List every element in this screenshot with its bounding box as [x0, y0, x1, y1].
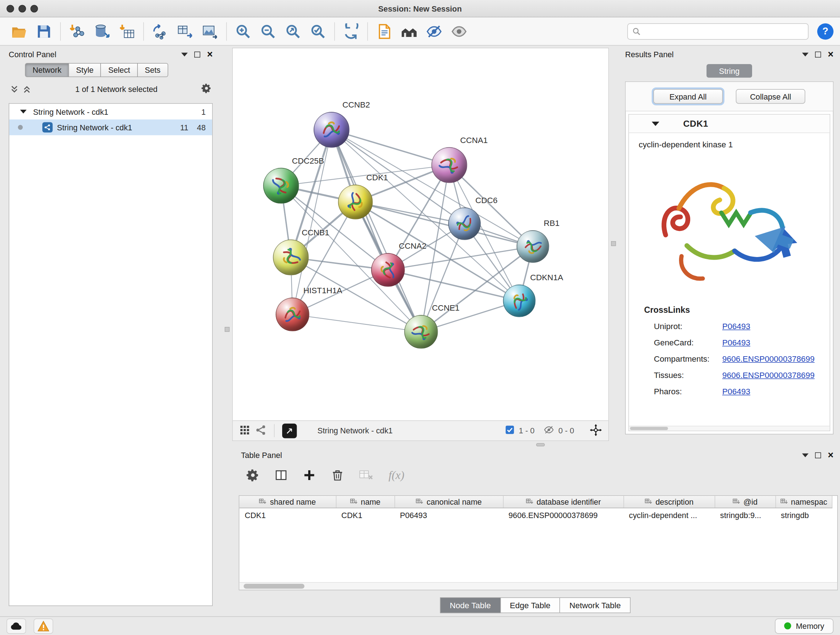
show-graphics-eye-icon[interactable]	[447, 20, 472, 42]
network-edge-CCNA2-CDKN1A[interactable]	[388, 270, 519, 301]
network-edge-CCNB2-CCNE1[interactable]	[332, 130, 422, 332]
open-session-icon[interactable]	[6, 20, 32, 42]
column-header-description[interactable]: description	[624, 496, 715, 508]
warnings-button[interactable]	[34, 618, 53, 633]
network-node-CCNA2[interactable]	[371, 253, 405, 287]
tab-edge-table[interactable]: Edge Table	[500, 597, 560, 613]
help-icon[interactable]: ?	[817, 23, 834, 40]
splitter-handle[interactable]	[536, 443, 545, 447]
network-node-CDK1[interactable]	[338, 185, 373, 219]
crosslink-value-link[interactable]: 9606.ENSP00000378699	[722, 371, 815, 380]
memory-button[interactable]: Memory	[775, 618, 834, 633]
crosslink-value-link[interactable]: 9606.ENSP00000378699	[722, 354, 815, 363]
save-session-icon[interactable]	[32, 20, 57, 42]
zoom-out-icon[interactable]	[256, 20, 281, 42]
new-network-from-selection-icon[interactable]	[148, 20, 172, 42]
scrollbar-thumb[interactable]	[244, 584, 305, 589]
cloud-status-button[interactable]	[6, 618, 26, 633]
minimize-window-button[interactable]	[19, 5, 26, 13]
grid-view-icon[interactable]	[240, 424, 250, 437]
import-network-file-icon[interactable]	[65, 20, 90, 42]
collapse-all-icon[interactable]	[10, 84, 19, 94]
table-toolbar: f(x)	[232, 462, 838, 489]
new-network-from-table-icon[interactable]	[172, 20, 197, 42]
panel-float-icon[interactable]	[815, 51, 821, 57]
export-image-icon[interactable]	[197, 20, 223, 42]
expand-all-button[interactable]: Expand All	[653, 89, 723, 104]
zoom-selected-icon[interactable]	[306, 20, 331, 42]
crosslink-value-link[interactable]: P06493	[722, 321, 751, 331]
network-node-CCNB2[interactable]	[314, 112, 349, 148]
birdseye-view-toggle[interactable]	[282, 423, 297, 438]
column-header-shared-name[interactable]: shared name	[240, 496, 336, 508]
column-header--id[interactable]: @id	[715, 496, 775, 508]
expand-all-icon[interactable]	[22, 84, 32, 94]
tab-network-table[interactable]: Network Table	[560, 597, 630, 613]
panel-float-icon[interactable]	[195, 51, 201, 57]
network-share-icon[interactable]	[256, 424, 267, 437]
network-node-CCNE1[interactable]	[404, 315, 438, 348]
column-header-canonical-name[interactable]: canonical name	[395, 496, 503, 508]
network-node-CCNB1[interactable]	[273, 240, 309, 276]
delete-column-trash-icon[interactable]	[331, 469, 344, 482]
column-header-name[interactable]: name	[336, 496, 395, 508]
collection-expand-caret-icon[interactable]	[20, 110, 27, 114]
crosslink-value-link[interactable]: P06493	[722, 386, 751, 396]
network-canvas[interactable]: CCNB2 CCNA1 CDC25B CDK1 CDC6 RB1 CCNB1 C…	[233, 49, 608, 421]
search-input[interactable]	[644, 27, 804, 35]
network-row[interactable]: String Network - cdk1 11 48	[9, 119, 212, 135]
network-edge-CCNB2-CCNA1[interactable]	[332, 130, 450, 165]
tab-select[interactable]: Select	[101, 63, 137, 77]
scrollbar-thumb[interactable]	[630, 427, 668, 430]
crosslink-value-link[interactable]: P06493	[722, 338, 751, 347]
column-header-database-identifier[interactable]: database identifier	[503, 496, 624, 508]
import-network-database-icon[interactable]	[90, 20, 115, 42]
pan-crosshair-icon[interactable]	[590, 424, 602, 438]
apply-layout-icon[interactable]	[339, 20, 363, 42]
panel-close-icon[interactable]: ×	[828, 450, 834, 460]
zoom-fit-content-icon[interactable]	[281, 20, 306, 42]
panel-menu-icon[interactable]	[802, 453, 809, 457]
network-node-HIST1H1A[interactable]	[276, 298, 309, 331]
results-horizontal-scrollbar[interactable]	[629, 426, 830, 431]
gene-section-header[interactable]: CDK1	[629, 115, 830, 133]
table-horizontal-scrollbar[interactable]	[240, 582, 837, 590]
panel-close-icon[interactable]: ×	[828, 50, 834, 59]
tab-node-table[interactable]: Node Table	[440, 597, 500, 613]
network-options-gear-icon[interactable]	[202, 83, 212, 95]
network-node-CCNA1[interactable]	[431, 147, 467, 183]
table-row[interactable]: CDK1CDK1P064939606.ENSP00000378699cyclin…	[240, 508, 832, 523]
panel-menu-icon[interactable]	[802, 52, 809, 57]
hide-graphics-eye-icon[interactable]	[422, 20, 447, 42]
tab-sets[interactable]: Sets	[137, 63, 168, 77]
zoom-window-button[interactable]	[30, 5, 38, 13]
home-networks-icon[interactable]	[397, 20, 422, 42]
panel-close-icon[interactable]: ×	[207, 50, 213, 59]
splitter-handle[interactable]	[611, 241, 616, 246]
search-box[interactable]	[627, 23, 808, 40]
table-settings-gear-icon[interactable]	[246, 469, 259, 482]
panel-float-icon[interactable]	[815, 452, 821, 458]
show-columns-icon[interactable]	[275, 469, 287, 482]
tab-network[interactable]: Network	[25, 63, 69, 77]
tab-string[interactable]: String	[706, 64, 752, 78]
column-header-namespac[interactable]: namespac	[775, 496, 832, 508]
tab-style[interactable]: Style	[68, 63, 101, 77]
collapse-all-button[interactable]: Collapse All	[736, 89, 805, 104]
hidden-items-eye-icon[interactable]	[544, 424, 554, 437]
panel-menu-icon[interactable]	[182, 52, 188, 57]
network-node-RB1[interactable]	[516, 230, 549, 263]
network-collection-row[interactable]: String Network - cdk1 1	[9, 104, 212, 120]
gene-collapse-caret-icon[interactable]	[652, 121, 660, 126]
splitter-handle[interactable]	[225, 327, 230, 332]
network-edge-HIST1H1A-CCNE1[interactable]	[293, 315, 422, 332]
network-node-CDC6[interactable]	[448, 207, 481, 240]
add-column-icon[interactable]	[303, 469, 316, 482]
close-window-button[interactable]	[6, 5, 14, 13]
network-node-CDC25B[interactable]	[264, 168, 299, 204]
selected-items-checkbox-icon[interactable]	[505, 425, 515, 436]
import-table-icon[interactable]	[115, 20, 140, 42]
network-node-CDKN1A[interactable]	[503, 285, 536, 317]
zoom-in-icon[interactable]	[231, 20, 256, 42]
annotation-document-icon[interactable]	[372, 20, 397, 42]
